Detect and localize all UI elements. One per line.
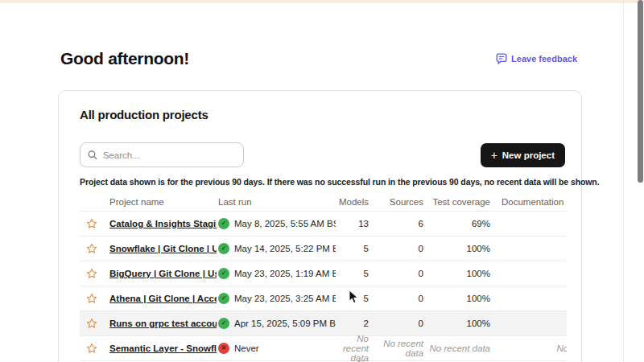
test-coverage-value: 100%: [423, 319, 490, 328]
star-icon[interactable]: [86, 293, 97, 304]
data-range-notice: Project data shown is for the previous 9…: [80, 177, 565, 187]
models-value: No recent data: [336, 334, 369, 362]
test-coverage-value: No recent data: [423, 343, 490, 353]
table-row[interactable]: Catalog & Insights Staging... ✓ May 8, 2…: [80, 212, 567, 237]
project-name-link[interactable]: BigQuery | Git Clone | User...: [109, 269, 217, 278]
new-project-label: New project: [502, 150, 555, 160]
last-run-text: May 14, 2025, 5:22 PM BS: [234, 244, 336, 253]
project-name-link[interactable]: Runs on grpc test account: [109, 319, 217, 328]
column-header-documentation-coverage: Documentation coverage: [490, 197, 567, 207]
models-value: 5: [336, 294, 369, 303]
search-box[interactable]: [80, 142, 244, 167]
models-value: 2: [336, 319, 369, 328]
test-coverage-value: 100%: [423, 244, 490, 253]
table-body: Catalog & Insights Staging... ✓ May 8, 2…: [80, 212, 567, 362]
greeting-heading: Good afternoon!: [60, 49, 189, 68]
star-icon[interactable]: [86, 243, 97, 254]
column-header-last-run: Last run: [217, 197, 336, 207]
plus-icon: +: [491, 150, 497, 161]
sources-value: No recent data: [369, 339, 423, 358]
card-title: All production projects: [80, 108, 565, 121]
sources-value: 0: [369, 244, 423, 253]
toolbar: + New project: [80, 142, 565, 167]
top-banner: [0, 0, 644, 3]
sources-value: 0: [369, 294, 423, 303]
column-header-sources: Sources: [369, 197, 423, 207]
test-coverage-value: 100%: [423, 294, 490, 303]
error-icon: ✕: [218, 343, 229, 354]
feedback-icon: [496, 53, 507, 64]
star-icon[interactable]: [86, 343, 97, 354]
test-coverage-value: 69%: [423, 219, 490, 228]
project-name-link[interactable]: Semantic Layer - Snowflake: [109, 343, 217, 353]
models-value: 5: [336, 244, 369, 253]
projects-table: Project nameLast runModelsSourcesTest co…: [80, 192, 567, 362]
new-project-button[interactable]: + New project: [481, 143, 565, 167]
table-row[interactable]: BigQuery | Git Clone | User... ✓ May 23,…: [80, 261, 567, 286]
project-name-link[interactable]: Snowflake | Git Clone | Use...: [109, 244, 217, 253]
scrollbar-thumb[interactable]: [638, 0, 643, 183]
search-icon: [88, 150, 97, 160]
success-icon: ✓: [218, 293, 229, 304]
leave-feedback-link[interactable]: Leave feedback: [496, 53, 577, 64]
sources-value: 0: [369, 319, 423, 328]
table-header-row: Project nameLast runModelsSourcesTest co…: [80, 192, 567, 212]
table-row[interactable]: Semantic Layer - Snowflake ✕ Never No re…: [80, 336, 567, 361]
search-input[interactable]: [103, 150, 236, 160]
column-header-project-name: Project name: [104, 197, 217, 207]
table-row[interactable]: Runs on grpc test account ✓ Apr 15, 2025…: [80, 311, 567, 336]
last-run-text: May 23, 2025, 3:25 AM B: [234, 294, 336, 303]
models-value: No recent data: [336, 359, 369, 362]
content-right-divider: [623, 0, 624, 362]
success-icon: ✓: [218, 268, 229, 279]
column-header-models: Models: [336, 197, 369, 207]
leave-feedback-label: Leave feedback: [511, 54, 577, 64]
column-header-test-coverage: Test coverage: [423, 197, 490, 207]
table-row[interactable]: Athena | Git Clone | Acces... ✓ May 23, …: [80, 286, 567, 311]
project-name-link[interactable]: Athena | Git Clone | Acces...: [109, 294, 217, 303]
last-run-text: May 8, 2025, 5:55 AM BS: [234, 219, 336, 228]
star-icon[interactable]: [86, 318, 97, 329]
projects-card: All production projects + New project Pr…: [58, 90, 582, 362]
doc-coverage-value: No recent data: [490, 343, 567, 353]
last-run-text: May 23, 2025, 1:19 AM BS: [234, 269, 336, 278]
success-icon: ✓: [218, 218, 229, 229]
table-row[interactable]: Snowflake | Git Clone | Use... ✓ May 14,…: [80, 237, 567, 261]
sources-value: 0: [369, 269, 423, 278]
last-run-text: Apr 15, 2025, 5:09 PM BS: [234, 319, 336, 328]
test-coverage-value: 100%: [423, 269, 490, 278]
sources-value: 6: [369, 219, 423, 228]
star-icon[interactable]: [86, 268, 97, 279]
star-icon[interactable]: [86, 218, 97, 229]
project-name-link[interactable]: Catalog & Insights Staging...: [109, 219, 217, 228]
success-icon: ✓: [218, 318, 229, 329]
models-value: 5: [336, 269, 369, 278]
success-icon: ✓: [218, 243, 229, 254]
models-value: 13: [336, 219, 369, 228]
last-run-text: Never: [234, 343, 259, 353]
